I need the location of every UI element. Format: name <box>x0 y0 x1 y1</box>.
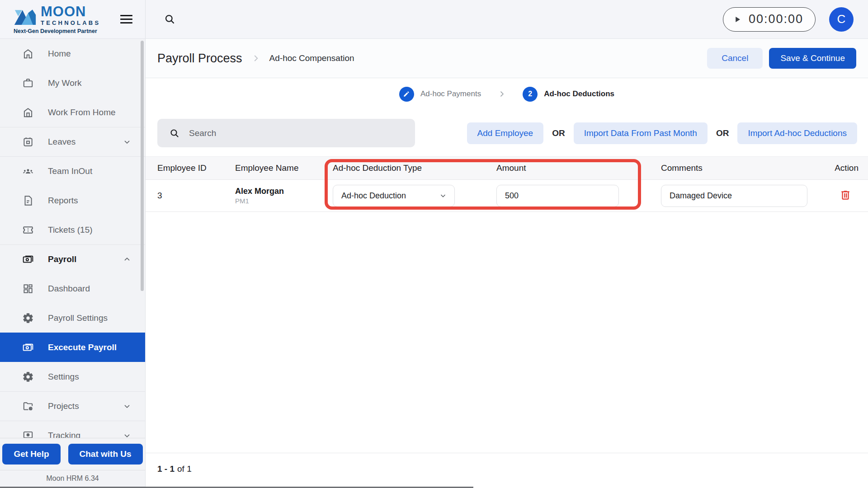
payroll-icon <box>22 253 34 265</box>
delete-row-button[interactable] <box>839 188 852 202</box>
breadcrumb-chevron-icon <box>251 53 261 63</box>
col-header-deduction-type: Ad-hoc Deduction Type <box>333 163 496 173</box>
report-document-icon <box>22 195 34 206</box>
sidebar-item-label: Payroll Settings <box>48 313 108 323</box>
main-content: Payroll Process Ad-hoc Compensation Canc… <box>146 39 868 488</box>
sidebar-item-label: Team InOut <box>48 166 92 176</box>
sidebar-item-tickets[interactable]: Tickets (15) <box>0 215 145 244</box>
table-search[interactable] <box>157 119 415 147</box>
user-avatar[interactable]: C <box>829 7 854 32</box>
global-search-icon[interactable] <box>164 13 176 25</box>
play-icon <box>733 15 741 24</box>
add-employee-button[interactable]: Add Employee <box>467 122 544 144</box>
projects-folder-icon <box>22 400 34 412</box>
sidebar-item-label: Leaves <box>48 137 75 147</box>
search-icon <box>169 128 180 139</box>
sidebar-item-settings[interactable]: Settings <box>0 362 145 391</box>
sidebar-item-dashboard[interactable]: Dashboard <box>0 274 145 303</box>
employee-code: PM1 <box>235 197 333 205</box>
brand-tagline: Next-Gen Development Partner <box>14 28 100 34</box>
execute-payroll-icon <box>22 342 34 353</box>
step-arrow-icon <box>497 89 506 99</box>
get-help-button[interactable]: Get Help <box>2 444 60 465</box>
chat-with-us-button[interactable]: Chat with Us <box>68 444 143 465</box>
deduction-type-value: Ad-hoc Deduction <box>341 191 406 201</box>
sidebar-item-projects[interactable]: Projects <box>0 391 145 421</box>
team-icon <box>22 165 34 177</box>
stepper: Ad-hoc Payments 2 Ad-hoc Deductions <box>146 78 868 110</box>
col-header-comments: Comments <box>661 163 833 173</box>
sidebar-item-work-from-home[interactable]: Work From Home <box>0 98 145 127</box>
col-header-employee-name: Employee Name <box>235 163 333 173</box>
step1-edit-circle[interactable] <box>399 87 414 102</box>
col-header-employee-id: Employee ID <box>146 163 235 173</box>
sidebar-item-my-work[interactable]: My Work <box>0 68 145 98</box>
dashboard-icon <box>22 283 34 295</box>
trash-icon <box>840 189 851 201</box>
pagination-range: 1 - 1 <box>157 464 175 474</box>
home-icon <box>22 48 34 60</box>
moon-logo-icon <box>14 7 37 26</box>
avatar-initial: C <box>837 12 846 26</box>
import-adhoc-deductions-button[interactable]: Import Ad-hoc Deductions <box>737 122 857 144</box>
sidebar-item-home[interactable]: Home <box>0 39 145 68</box>
chevron-up-icon <box>123 255 132 264</box>
ticket-icon <box>22 224 34 236</box>
sidebar-item-label: Dashboard <box>48 284 90 294</box>
leaves-calendar-icon <box>22 136 34 148</box>
sidebar-item-label: Excecute Payroll <box>48 343 117 352</box>
table-header-row: Employee ID Employee Name Ad-hoc Deducti… <box>146 156 868 180</box>
or-label: OR <box>552 128 565 138</box>
app-version: Moon HRM 6.34 <box>0 470 145 488</box>
time-tracker-button[interactable]: 00:00:00 <box>723 7 816 32</box>
top-bar: MOON TECHNOLABS Next-Gen Development Par… <box>0 0 868 39</box>
search-input[interactable] <box>189 128 388 138</box>
import-past-month-button[interactable]: Import Data From Past Month <box>574 122 708 144</box>
chevron-down-icon <box>439 192 447 200</box>
sidebar: Home My Work Work From Home Leaves Team … <box>0 39 146 488</box>
page-header: Payroll Process Ad-hoc Compensation Canc… <box>146 39 868 78</box>
col-header-amount: Amount <box>496 163 661 173</box>
sidebar-item-label: Tickets (15) <box>48 225 93 235</box>
comments-input[interactable] <box>661 185 807 207</box>
chevron-down-icon <box>123 137 132 146</box>
cancel-button[interactable]: Cancel <box>707 48 763 69</box>
breadcrumb: Ad-hoc Compensation <box>269 53 354 63</box>
sidebar-item-payroll[interactable]: Payroll <box>0 244 145 274</box>
sidebar-footer: Get Help Chat with Us Moon HRM 6.34 <box>0 438 145 488</box>
employee-name: Alex Morgan <box>235 187 333 197</box>
sidebar-item-payroll-settings[interactable]: Payroll Settings <box>0 303 145 333</box>
save-continue-button[interactable]: Save & Continue <box>769 48 856 69</box>
step1-label[interactable]: Ad-hoc Payments <box>420 89 481 99</box>
gear-icon <box>22 312 34 324</box>
sidebar-scrollbar[interactable] <box>141 41 144 291</box>
cell-action <box>833 188 868 203</box>
sidebar-item-label: My Work <box>48 78 82 88</box>
sidebar-item-label: Home <box>48 49 71 59</box>
step2-label: Ad-hoc Deductions <box>544 89 614 99</box>
deduction-type-select[interactable]: Ad-hoc Deduction <box>333 185 455 207</box>
table-row: 3 Alex Morgan PM1 Ad-hoc Deduction <box>146 180 868 212</box>
pagination-total: of 1 <box>177 464 192 474</box>
sidebar-item-leaves[interactable]: Leaves <box>0 127 145 156</box>
sidebar-item-execute-payroll[interactable]: Excecute Payroll <box>0 333 145 362</box>
sidebar-item-label: Projects <box>48 401 79 411</box>
briefcase-icon <box>22 77 34 89</box>
sidebar-item-label: Work From Home <box>48 108 116 117</box>
sidebar-item-reports[interactable]: Reports <box>0 186 145 215</box>
table-footer: 1 - 1 of 1 <box>146 453 868 484</box>
cell-amount <box>496 185 661 207</box>
amount-input[interactable] <box>496 185 619 207</box>
step2-circle[interactable]: 2 <box>523 87 538 102</box>
logo-zone: MOON TECHNOLABS Next-Gen Development Par… <box>0 0 146 38</box>
chevron-down-icon <box>123 402 132 411</box>
cell-comments <box>661 185 833 207</box>
gear-icon <box>22 371 34 383</box>
cell-employee-name: Alex Morgan PM1 <box>235 187 333 205</box>
menu-hamburger-icon[interactable] <box>118 13 134 26</box>
or-label: OR <box>716 128 729 138</box>
brand-name: MOON <box>41 5 100 19</box>
col-header-action: Action <box>833 163 868 173</box>
deductions-table: Employee ID Employee Name Ad-hoc Deducti… <box>146 156 868 212</box>
sidebar-item-team-inout[interactable]: Team InOut <box>0 156 145 186</box>
